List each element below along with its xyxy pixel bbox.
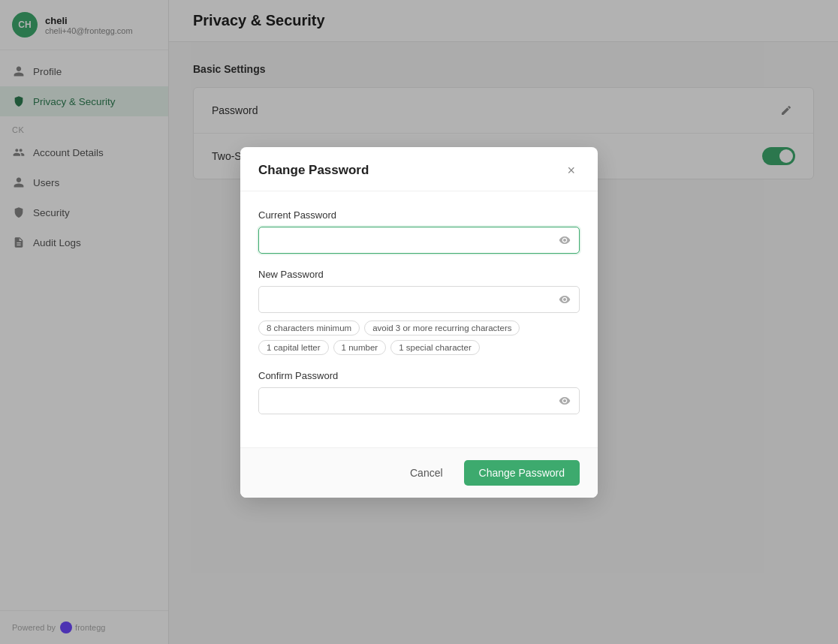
password-hints: 8 characters minimum avoid 3 or more rec… xyxy=(258,320,580,355)
current-password-label: Current Password xyxy=(258,209,580,221)
modal-header: Change Password × xyxy=(240,147,598,191)
new-password-label: New Password xyxy=(258,269,580,280)
current-password-input[interactable] xyxy=(258,227,580,254)
hint-recurring: avoid 3 or more recurring characters xyxy=(364,320,520,336)
hint-number: 1 number xyxy=(333,340,387,355)
modal-overlay: Change Password × Current Password New P… xyxy=(0,0,838,644)
new-password-input[interactable] xyxy=(258,286,580,313)
confirm-password-label: Confirm Password xyxy=(258,370,580,381)
modal-footer: Cancel Change Password xyxy=(240,447,598,498)
new-password-wrapper xyxy=(258,286,580,313)
cancel-button[interactable]: Cancel xyxy=(398,461,455,485)
current-password-wrapper xyxy=(258,227,580,254)
new-password-toggle-visibility[interactable] xyxy=(559,293,571,305)
change-password-button[interactable]: Change Password xyxy=(464,460,580,486)
confirm-password-wrapper xyxy=(258,387,580,414)
confirm-password-group: Confirm Password xyxy=(258,370,580,414)
current-password-group: Current Password xyxy=(258,209,580,254)
current-password-toggle-visibility[interactable] xyxy=(559,234,571,246)
modal-title: Change Password xyxy=(258,163,369,178)
confirm-password-input[interactable] xyxy=(258,387,580,414)
hint-min-chars: 8 characters minimum xyxy=(258,320,360,336)
hint-capital: 1 capital letter xyxy=(258,340,329,355)
hint-special: 1 special character xyxy=(390,340,480,355)
confirm-password-toggle-visibility[interactable] xyxy=(559,395,571,407)
modal-body: Current Password New Password xyxy=(240,191,598,447)
change-password-modal: Change Password × Current Password New P… xyxy=(240,147,598,498)
modal-close-button[interactable]: × xyxy=(562,162,580,179)
new-password-group: New Password 8 characters minimum avoid … xyxy=(258,269,580,355)
